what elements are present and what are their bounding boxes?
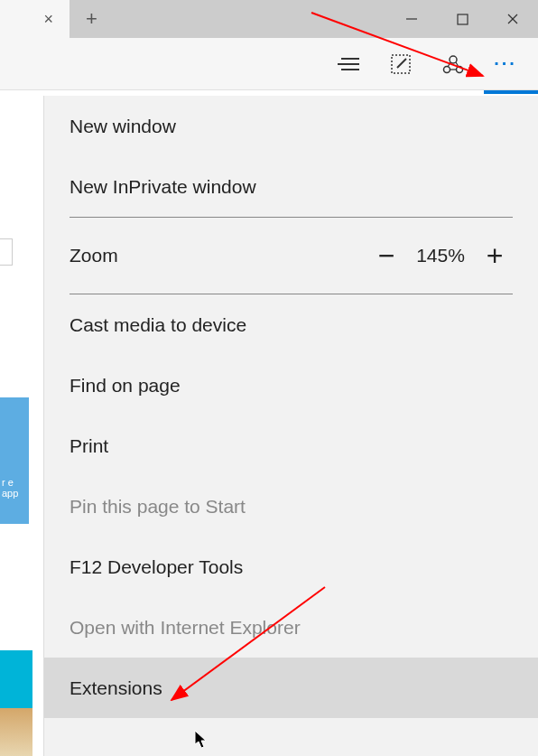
maximize-button[interactable] [437, 0, 487, 38]
menu-extensions[interactable]: Extensions [44, 658, 538, 718]
menu-find-on-page-label: Find on page [70, 375, 181, 397]
menu-zoom-row: Zoom − 145% + [44, 218, 538, 294]
menu-new-window-label: New window [70, 116, 176, 137]
svg-line-12 [456, 62, 459, 67]
zoom-out-button[interactable]: − [368, 238, 404, 274]
maximize-icon [457, 14, 468, 25]
more-button[interactable]: ··· [493, 51, 518, 77]
mouse-cursor [194, 730, 209, 750]
svg-rect-1 [458, 14, 468, 24]
menu-cast-media-label: Cast media to device [70, 314, 246, 336]
web-note-icon [390, 53, 412, 75]
new-tab-button[interactable]: + [86, 7, 97, 31]
zoom-value: 145% [404, 245, 477, 266]
more-icon: ··· [494, 53, 517, 74]
partial-address-bar [0, 238, 13, 266]
menu-extensions-label: Extensions [70, 677, 162, 699]
tab-bar-background: + [70, 0, 386, 38]
reading-view-button[interactable] [336, 51, 361, 77]
menu-cast-media[interactable]: Cast media to device [44, 294, 538, 355]
menu-new-window[interactable]: New window [44, 96, 538, 156]
partial-image-thumbnail [0, 650, 32, 756]
toolbar: ··· [0, 38, 538, 90]
zoom-label: Zoom [70, 245, 368, 266]
svg-point-9 [444, 66, 450, 72]
menu-new-inprivate[interactable]: New InPrivate window [44, 156, 538, 217]
menu-f12-tools[interactable]: F12 Developer Tools [44, 537, 538, 597]
share-button[interactable] [441, 51, 466, 77]
close-tab-icon[interactable]: × [43, 10, 53, 29]
minimize-button[interactable] [386, 0, 437, 38]
menu-open-ie[interactable]: Open with Internet Explorer [44, 597, 538, 658]
menu-print-label: Print [70, 435, 108, 457]
svg-line-11 [448, 62, 450, 67]
window-controls [386, 0, 538, 38]
window-close-button[interactable] [487, 0, 538, 38]
window-titlebar: × + [0, 0, 538, 38]
menu-print[interactable]: Print [44, 415, 538, 476]
active-tab[interactable]: × [0, 0, 70, 38]
page-content-area: r e app New window New InPrivate window … [0, 90, 538, 756]
menu-pin-to-start[interactable]: Pin this page to Start [44, 476, 538, 537]
svg-point-10 [457, 66, 463, 72]
partial-tile: r e app [0, 397, 29, 524]
reading-view-icon [338, 56, 359, 72]
menu-pin-to-start-label: Pin this page to Start [70, 496, 246, 518]
partial-tile-text: r e app [2, 477, 29, 499]
menu-open-ie-label: Open with Internet Explorer [70, 617, 301, 639]
tab-strip: × + [0, 0, 386, 38]
web-note-button[interactable] [388, 51, 413, 77]
minimize-icon [405, 13, 418, 25]
menu-f12-tools-label: F12 Developer Tools [70, 556, 243, 578]
settings-menu: New window New InPrivate window Zoom − 1… [43, 96, 538, 756]
zoom-in-button[interactable]: + [477, 238, 513, 274]
close-icon [506, 13, 519, 25]
menu-find-on-page[interactable]: Find on page [44, 355, 538, 415]
menu-new-inprivate-label: New InPrivate window [70, 176, 256, 198]
svg-point-8 [450, 56, 457, 63]
share-icon [442, 53, 464, 75]
